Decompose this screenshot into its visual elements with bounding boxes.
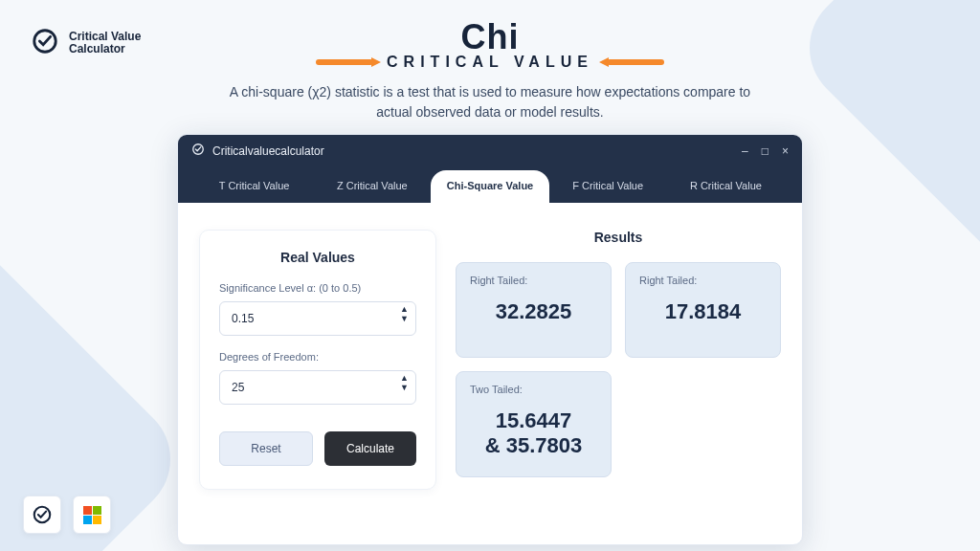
results-panel: Results Right Tailed: 32.2825 Right Tail… (456, 230, 781, 490)
tab-r-critical[interactable]: R Critical Value (667, 170, 785, 203)
titlebar: Criticalvaluecalculator – □ × (178, 135, 802, 166)
alpha-spinner: ▲ ▼ (400, 309, 409, 328)
result-label: Right Tailed: (470, 275, 597, 286)
dof-spinner: ▲ ▼ (400, 378, 409, 397)
tray-app-icon[interactable] (23, 496, 61, 534)
tray-windows-icon[interactable] (73, 496, 111, 534)
tab-f-critical[interactable]: F Critical Value (549, 170, 667, 203)
dof-step-down[interactable]: ▼ (400, 387, 409, 397)
maximize-button[interactable]: □ (762, 144, 768, 158)
result-value: 15.6447 & 35.7803 (470, 408, 597, 459)
tab-t-critical[interactable]: T Critical Value (195, 170, 313, 203)
alpha-step-down[interactable]: ▼ (400, 319, 409, 328)
tab-bar: T Critical Value Z Critical Value Chi-Sq… (178, 166, 802, 203)
alpha-label: Significance Level α: (0 to 0.5) (219, 282, 416, 294)
button-row: Reset Calculate (219, 431, 416, 466)
inputs-panel-title: Real Values (219, 250, 416, 265)
app-window: Criticalvaluecalculator – □ × T Critical… (177, 134, 803, 545)
result-two-tailed: Two Tailed: 15.6447 & 35.7803 (456, 371, 612, 477)
hero-description: A chi-square (χ2) statistic is a test th… (222, 82, 758, 122)
app-body: Real Values Significance Level α: (0 to … (178, 203, 802, 517)
result-right-tailed-2: Right Tailed: 17.8184 (625, 262, 781, 358)
result-value: 17.8184 (639, 299, 767, 324)
minimize-button[interactable]: – (742, 144, 748, 158)
hero: Chi CRITICAL VALUE A chi-square (χ2) sta… (0, 0, 980, 122)
inputs-panel: Real Values Significance Level α: (0 to … (199, 230, 436, 490)
pencil-right-icon (607, 59, 664, 65)
result-label: Two Tailed: (470, 384, 597, 395)
dof-label: Degrees of Freedom: (219, 351, 416, 363)
result-right-tailed-1: Right Tailed: 32.2825 (456, 262, 612, 358)
page-title: Chi (0, 17, 980, 57)
calculate-button[interactable]: Calculate (324, 431, 416, 466)
reset-button[interactable]: Reset (219, 431, 313, 466)
window-controls: – □ × (742, 144, 789, 158)
tray-icons (23, 496, 111, 534)
titlebar-logo-icon (191, 143, 205, 159)
result-label: Right Tailed: (639, 275, 767, 286)
pencil-left-icon (316, 59, 373, 65)
hero-subtitle-row: CRITICAL VALUE (0, 54, 980, 71)
tab-chi-square[interactable]: Chi-Square Value (431, 170, 548, 203)
dof-input[interactable] (219, 370, 416, 405)
results-grid: Right Tailed: 32.2825 Right Tailed: 17.8… (456, 262, 781, 477)
dof-input-wrap: ▲ ▼ (219, 370, 416, 405)
alpha-input[interactable] (219, 301, 416, 336)
alpha-input-wrap: ▲ ▼ (219, 301, 416, 336)
close-button[interactable]: × (782, 144, 789, 158)
results-panel-title: Results (456, 230, 781, 245)
tab-z-critical[interactable]: Z Critical Value (313, 170, 431, 203)
result-value: 32.2825 (470, 299, 597, 324)
window-title: Criticalvaluecalculator (212, 144, 324, 158)
hero-subtitle: CRITICAL VALUE (387, 54, 593, 71)
